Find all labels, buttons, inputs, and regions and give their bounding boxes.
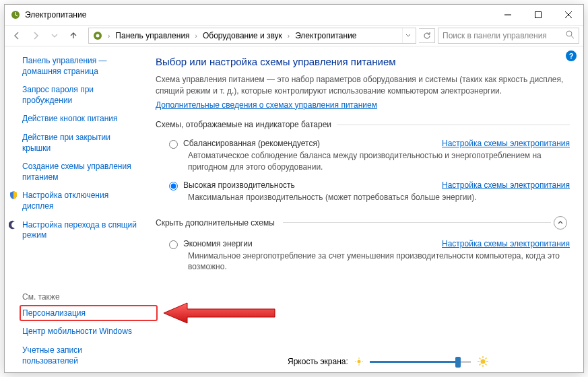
breadcrumb-dropdown-button[interactable] (402, 28, 413, 43)
nav-forward-button[interactable] (28, 28, 44, 44)
svg-point-7 (566, 31, 572, 36)
sun-bright-icon (478, 356, 488, 367)
plan-power-saver-desc: Минимальное энергопотребление за счет ум… (156, 250, 570, 277)
app-icon (10, 9, 21, 20)
chevron-right-icon: › (106, 32, 111, 40)
plan-high-performance-configure-link[interactable]: Настройка схемы электропитания (442, 180, 570, 190)
plan-high-performance[interactable]: Высокая производительность Настройка схе… (156, 178, 570, 192)
plan-high-performance-desc: Максимальная производительность (может п… (156, 192, 570, 208)
sidebar-item-sleep[interactable]: Настройка перехода в спящий режим (22, 220, 139, 241)
plan-balanced-desc: Автоматическое соблюдение баланса между … (156, 150, 570, 177)
plan-power-saver[interactable]: Экономия энергии Настройка схемы электро… (156, 236, 570, 250)
svg-line-21 (479, 364, 480, 366)
search-placeholder: Поиск в панели управления (443, 31, 562, 40)
plan-balanced-radio[interactable] (169, 140, 178, 149)
address-bar: › Панель управления › Оборудование и зву… (5, 25, 583, 46)
moon-icon (9, 220, 18, 230)
see-also-mobility-center[interactable]: Центр мобильности Windows (22, 327, 139, 337)
collapse-button[interactable] (554, 216, 567, 230)
sidebar-item-display-off[interactable]: Настройка отключения дисплея (22, 191, 139, 211)
search-input[interactable]: Поиск в панели управления (438, 28, 579, 44)
battery-plans-group: Схемы, отображаемые на индикаторе батаре… (156, 120, 570, 208)
sidebar-item-password[interactable]: Запрос пароля при пробуждении (22, 85, 139, 106)
plan-power-saver-label: Экономия энергии (183, 239, 253, 248)
titlebar: Электропитание (5, 5, 583, 25)
chevron-right-icon: › (194, 32, 199, 40)
search-icon (566, 30, 575, 41)
window-title: Электропитание (25, 10, 492, 20)
close-button[interactable] (553, 5, 583, 25)
breadcrumb-icon (92, 30, 104, 42)
plan-high-performance-label: Высокая производительность (183, 180, 295, 190)
more-info-link[interactable]: Дополнительные сведения о схемах управле… (156, 100, 377, 110)
maximize-button[interactable] (523, 5, 553, 25)
extra-plans-group: Экономия энергии Настройка схемы электро… (156, 236, 570, 277)
brightness-thumb[interactable] (455, 357, 461, 368)
hide-extra-label: Скрыть дополнительные схемы (156, 218, 280, 228)
plan-balanced-label: Сбалансированная (рекомендуется) (183, 139, 320, 148)
minimize-button[interactable] (492, 5, 523, 25)
svg-line-8 (571, 36, 574, 38)
svg-rect-2 (535, 12, 541, 18)
plan-power-saver-radio[interactable] (169, 240, 178, 249)
plan-power-saver-configure-link[interactable]: Настройка схемы электропитания (442, 239, 570, 248)
brightness-slider[interactable] (370, 361, 471, 363)
nav-back-button[interactable] (9, 28, 25, 44)
window-buttons (492, 5, 583, 25)
plan-high-performance-radio[interactable] (169, 182, 178, 191)
breadcrumb-segment[interactable]: Панель управления (112, 31, 192, 40)
svg-line-22 (485, 358, 486, 359)
svg-line-20 (485, 364, 486, 366)
divider (283, 222, 551, 223)
main-panel: Выбор или настройка схемы управления пит… (146, 46, 583, 372)
breadcrumb[interactable]: › Панель управления › Оборудование и зву… (88, 28, 416, 44)
svg-point-9 (357, 360, 360, 364)
chevron-right-icon: › (286, 32, 291, 40)
plan-balanced[interactable]: Сбалансированная (рекомендуется) Настрой… (156, 136, 570, 150)
content-area: ? Панель управления — домашняя страница … (5, 46, 583, 372)
page-heading: Выбор или настройка схемы управления пит… (156, 56, 570, 67)
svg-point-6 (96, 34, 100, 38)
refresh-button[interactable] (419, 28, 435, 43)
brightness-control: Яркость экрана: (288, 356, 488, 367)
sidebar-item-home[interactable]: Панель управления — домашняя страница (22, 56, 139, 77)
svg-point-14 (480, 359, 485, 364)
shield-icon (9, 191, 18, 200)
breadcrumb-segment[interactable]: Оборудование и звук (200, 31, 285, 40)
sidebar-item-lid-close[interactable]: Действие при закрытии крышки (22, 133, 139, 153)
sidebar: Панель управления — домашняя страница За… (5, 46, 146, 372)
plan-balanced-configure-link[interactable]: Настройка схемы электропитания (442, 139, 570, 148)
nav-recent-button[interactable] (46, 28, 63, 44)
see-also-user-accounts[interactable]: Учетные записи пользователей (22, 345, 139, 366)
svg-line-19 (479, 358, 480, 359)
sidebar-item-power-buttons[interactable]: Действие кнопок питания (22, 114, 139, 125)
see-also-personalization[interactable]: Персонализация (22, 308, 139, 319)
sun-dim-icon (355, 357, 363, 366)
brightness-label: Яркость экрана: (288, 357, 348, 366)
breadcrumb-segment[interactable]: Электропитание (292, 31, 359, 40)
battery-plans-legend: Схемы, отображаемые на индикаторе батаре… (156, 120, 337, 129)
sidebar-item-create-plan[interactable]: Создание схемы управления питанием (22, 162, 139, 182)
page-description: Схема управления питанием — это набор па… (156, 74, 570, 97)
see-also-heading: См. также (22, 292, 139, 302)
nav-up-button[interactable] (65, 28, 81, 44)
hide-extra-plans-row[interactable]: Скрыть дополнительные схемы (156, 216, 570, 230)
window: Электропитание › Панель управления › Обо… (4, 4, 584, 373)
